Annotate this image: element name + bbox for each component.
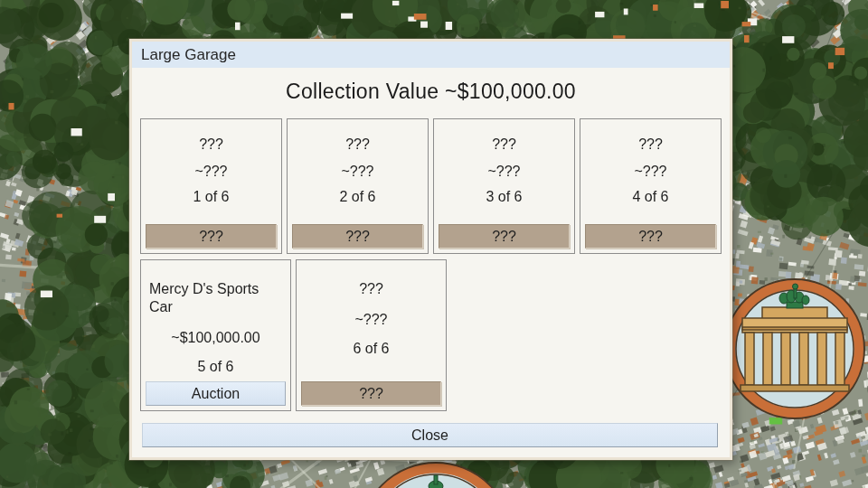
auction-button[interactable]: Auction	[146, 381, 286, 406]
car-value: ~???	[354, 312, 387, 328]
card-row-2: Mercy D's Sports Car ~$100,000.00 5 of 6…	[140, 259, 722, 411]
car-position: 2 of 6	[339, 189, 375, 205]
close-button[interactable]: Close	[142, 423, 718, 447]
car-position: 3 of 6	[486, 189, 522, 205]
reveal-button[interactable]: ???	[301, 381, 441, 406]
brandenburg-gate-icon	[724, 278, 865, 419]
landmark-medallion-icon	[359, 462, 513, 488]
car-name: Mercy D's Sports Car	[146, 280, 286, 316]
car-slot-6: ??? ~??? 6 of 6 ???	[296, 259, 447, 411]
car-name: ???	[345, 136, 370, 154]
collection-value-heading: Collection Value ~$100,000.00	[132, 68, 730, 108]
car-name: ???	[199, 136, 223, 154]
car-value: ~$100,000.00	[171, 330, 259, 346]
car-slot-3: ??? ~??? 3 of 6 ???	[433, 118, 575, 254]
car-value: ~???	[634, 164, 666, 180]
car-position: 6 of 6	[353, 341, 389, 357]
car-position: 4 of 6	[632, 189, 668, 205]
car-slot-5: Mercy D's Sports Car ~$100,000.00 5 of 6…	[140, 259, 291, 411]
car-name: ???	[638, 136, 663, 154]
dialog-title: Large Garage	[132, 42, 730, 68]
car-name: ???	[492, 136, 516, 154]
reveal-button[interactable]: ???	[439, 224, 570, 249]
large-garage-dialog: Large Garage Collection Value ~$100,000.…	[129, 39, 732, 460]
car-slot-1: ??? ~??? 1 of 6 ???	[140, 118, 282, 254]
car-grid: ??? ~??? 1 of 6 ??? ??? ~??? 2 of 6 ??? …	[132, 108, 730, 411]
reveal-button[interactable]: ???	[146, 224, 277, 249]
card-row-1: ??? ~??? 1 of 6 ??? ??? ~??? 2 of 6 ??? …	[140, 118, 722, 254]
reveal-button[interactable]: ???	[292, 224, 423, 249]
car-value: ~???	[487, 164, 520, 180]
car-value: ~???	[341, 164, 373, 180]
car-slot-2: ??? ~??? 2 of 6 ???	[287, 118, 429, 254]
car-position: 5 of 6	[197, 359, 233, 375]
car-position: 1 of 6	[193, 189, 229, 205]
reveal-button[interactable]: ???	[585, 224, 716, 249]
car-slot-4: ??? ~??? 4 of 6 ???	[580, 118, 722, 254]
car-name: ???	[359, 280, 383, 298]
car-value: ~???	[194, 164, 227, 180]
